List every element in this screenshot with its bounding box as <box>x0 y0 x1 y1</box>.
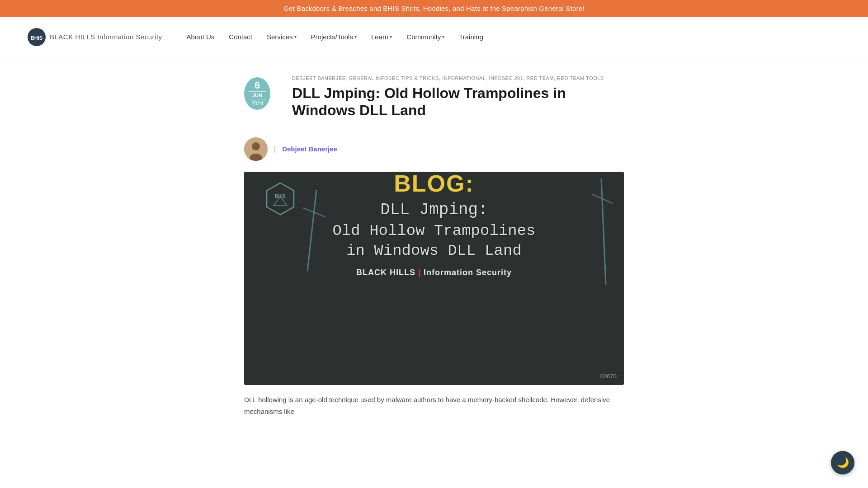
image-branding: BLACK HILLS | Information Security <box>244 268 624 277</box>
top-banner[interactable]: Get Backdoors & Breaches and BHIS Shirts… <box>0 0 868 17</box>
projects-dropdown-icon: ▾ <box>354 34 357 39</box>
nav-item-training[interactable]: Training <box>453 29 490 44</box>
nav-item-learn[interactable]: Learn ▾ <box>365 29 398 44</box>
logo-brand-text: BLACK HILLS Information Security <box>50 33 162 41</box>
post-categories: DEBJEET BANERJEE, GENERAL INFOSEC TIPS &… <box>292 75 624 81</box>
dark-mode-toggle[interactable]: 🌙 <box>831 451 854 462</box>
nav-item-contact[interactable]: Contact <box>222 29 259 44</box>
post-year: 2024 <box>251 100 264 107</box>
nav-item-services[interactable]: Services ▾ <box>260 29 303 44</box>
main-nav: About Us Contact Services ▾ Projects/Too… <box>180 29 841 44</box>
nav-item-about[interactable]: About Us <box>180 29 221 44</box>
learn-dropdown-icon: ▾ <box>390 34 392 39</box>
nav-item-projects[interactable]: Projects/Tools ▾ <box>305 29 363 44</box>
image-title-line1: DLL Jmping: <box>244 200 624 221</box>
banner-text: Get Backdoors & Breaches and BHIS Shirts… <box>283 5 584 12</box>
author-section: | Debjeet Banerjee <box>244 137 624 161</box>
svg-point-3 <box>252 142 260 150</box>
avatar-image <box>244 137 268 161</box>
image-number: 00670 <box>600 373 617 380</box>
blog-label: BLOG: <box>244 172 624 195</box>
author-link[interactable]: Debjeet Banerjee <box>282 145 337 153</box>
post-header: DEBJEET BANERJEE, GENERAL INFOSEC TIPS &… <box>292 75 624 128</box>
main-content: 6 JUN 2024 DEBJEET BANERJEE, GENERAL INF… <box>231 75 637 444</box>
image-title-line2: Old Hollow Trampolines <box>244 221 624 241</box>
blog-image-content: BLOG: DLL Jmping: Old Hollow Trampolines… <box>244 172 624 277</box>
post-day: 6 <box>255 80 260 90</box>
svg-text:BHIS: BHIS <box>31 35 42 41</box>
post-excerpt: DLL hollowing is an age-old technique us… <box>244 394 624 417</box>
nav-item-community[interactable]: Community ▾ <box>400 29 451 44</box>
site-header: BHIS BLACK HILLS Information Security Ab… <box>0 17 868 57</box>
author-avatar <box>244 137 268 161</box>
date-badge: 6 JUN 2024 <box>244 77 270 110</box>
moon-icon: 🌙 <box>837 457 849 462</box>
image-title-line3: in Windows DLL Land <box>244 241 624 261</box>
blog-featured-image: BHIS BLOG: DLL Jmping: Old Hollow Trampo… <box>244 172 624 385</box>
author-separator: | <box>274 145 276 153</box>
services-dropdown-icon: ▾ <box>294 34 297 39</box>
site-logo[interactable]: BHIS BLACK HILLS Information Security <box>27 28 162 47</box>
community-dropdown-icon: ▾ <box>442 34 444 39</box>
post-month: JUN <box>249 91 266 99</box>
logo-icon: BHIS <box>27 28 46 47</box>
post-title: DLL Jmping: Old Hollow Trampolines in Wi… <box>292 84 624 119</box>
